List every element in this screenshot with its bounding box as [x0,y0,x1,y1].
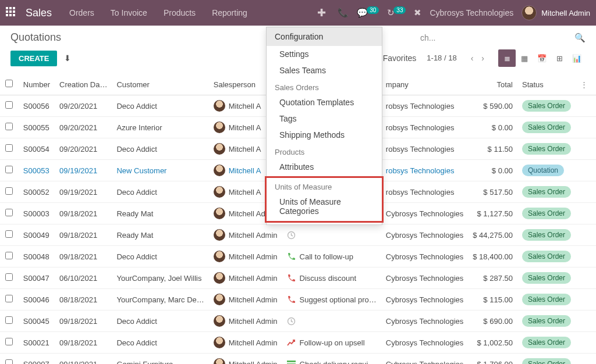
menu-settings[interactable]: Settings [267,46,382,62]
row-checkbox[interactable] [5,316,13,324]
col-customer[interactable]: Customer [112,74,208,95]
cell-status: Sales Order [517,332,576,354]
row-checkbox[interactable] [5,338,13,345]
view-graph-icon[interactable]: 📊 [568,49,586,67]
cell-status: Sales Order [517,203,576,224]
company-switcher[interactable]: Cybrosys Technologies [430,8,513,17]
user-menu[interactable]: Mitchell Admin [522,5,590,20]
table-row[interactable]: S0004809/18/2021Deco AddictMitchell Admi… [0,246,596,267]
row-checkbox[interactable] [5,187,13,195]
table-row[interactable]: S0002109/18/2021Deco AddictMitchell Admi… [0,332,596,354]
plus-icon[interactable]: ✚ [317,6,326,19]
cell-company: Cybrosys Technologies [381,311,468,332]
cell-customer: Deco Addict [112,138,208,160]
menu-sales-teams[interactable]: Sales Teams [267,62,382,78]
activities-icon[interactable]: ↻33 [387,8,406,18]
pager[interactable]: 1-18 / 18 [427,53,456,63]
configuration-dropdown: Configuration Settings Sales Teams Sales… [266,27,382,225]
cell-company: Cybrosys Technologies [381,354,468,365]
cell-total: $ 0.00 [468,160,517,181]
cell-total: $ 690.00 [468,311,517,332]
row-checkbox[interactable] [5,144,13,152]
cell-company: Cybrosys Technologies [381,267,468,289]
col-creation-date[interactable]: Creation Da… [55,74,112,95]
menu-shipping-methods[interactable]: Shipping Methods [267,127,382,143]
tools-icon[interactable]: ✖ [414,8,421,18]
apps-icon[interactable] [6,7,17,19]
cell-activity[interactable]: Follow-up on upsell [282,332,381,354]
cell-activity[interactable] [282,224,381,246]
col-status[interactable]: Status [517,74,576,95]
view-calendar-icon[interactable]: 📅 [533,49,551,67]
cell-number: S00049 [19,224,55,246]
cell-activity[interactable]: Call to follow-up [282,246,381,267]
search-icon[interactable]: 🔍 [574,33,586,43]
table-row[interactable]: S0004909/18/2021Ready MatMitchell AdminC… [0,224,596,246]
row-checkbox[interactable] [5,230,13,238]
table-row[interactable]: S0004608/18/2021YourCompany, Marc De…Mit… [0,289,596,311]
activity-icon [287,273,296,283]
cell-status: Sales Order [517,95,576,117]
nav-to-invoice[interactable]: To Invoice [111,8,147,17]
col-kebab[interactable]: ⋮ [576,74,596,95]
cell-date: 09/20/2021 [55,138,112,160]
table-row[interactable]: S0004509/18/2021Deco AddictMitchell Admi… [0,311,596,332]
cell-activity[interactable] [282,311,381,332]
phone-icon[interactable]: 📞 [338,8,349,18]
pager-prev[interactable]: ‹ [467,51,477,65]
cell-customer: Ready Mat [112,203,208,224]
col-total[interactable]: Total [468,74,517,95]
avatar [214,122,225,133]
cell-customer: Gemini Furniture [112,354,208,365]
row-checkbox[interactable] [5,359,13,364]
col-number[interactable]: Number [19,74,55,95]
cell-salesperson: Mitchell Admin [209,246,282,267]
cell-total: $ 287.50 [468,267,517,289]
download-icon[interactable]: ⬇ [64,53,71,63]
row-checkbox[interactable] [5,273,13,281]
topbar: Sales Orders To Invoice Products Reporti… [0,0,596,26]
row-checkbox[interactable] [5,166,13,173]
select-all-checkbox[interactable] [5,80,13,87]
cell-customer: Deco Addict [112,332,208,354]
cell-status: Sales Order [517,289,576,311]
menu-quotation-templates[interactable]: Quotation Templates [267,94,382,110]
cell-status: Quotation [517,160,576,181]
nav-orders[interactable]: Orders [69,8,94,17]
col-company[interactable]: mpany [381,74,468,95]
table-row[interactable]: S0004706/10/2021YourCompany, Joel Willis… [0,267,596,289]
pager-next[interactable]: › [478,51,488,65]
section-products: Products [267,143,382,159]
cell-date: 09/18/2021 [55,311,112,332]
cell-activity[interactable]: Discuss discount [282,267,381,289]
avatar [214,186,225,198]
cell-number: S00052 [19,181,55,203]
brand[interactable]: Sales [26,7,52,19]
messages-icon[interactable]: 💬30 [357,8,379,18]
cell-salesperson: Mitchell Admin [209,354,282,365]
row-checkbox[interactable] [5,295,13,302]
row-checkbox[interactable] [5,101,13,109]
cell-activity[interactable]: Suggest optional pro… [282,289,381,311]
nav-reporting[interactable]: Reporting [212,8,247,17]
activity-icon [287,295,296,304]
cell-customer: Deco Addict [112,246,208,267]
cell-customer: Deco Addict [112,95,208,117]
create-button[interactable]: CREATE [10,51,57,66]
view-list-icon[interactable]: ≣ [498,49,516,67]
cell-activity[interactable]: Check delivery requi… [282,354,381,365]
view-pivot-icon[interactable]: ⊞ [551,49,568,67]
cell-total: $ 44,275.00 [468,224,517,246]
row-checkbox[interactable] [5,209,13,216]
cell-date: 09/18/2021 [55,246,112,267]
cell-number: S00053 [19,160,55,181]
nav-products[interactable]: Products [164,8,196,17]
row-checkbox[interactable] [5,252,13,259]
menu-tags[interactable]: Tags [267,110,382,127]
menu-attributes[interactable]: Attributes [267,159,382,175]
cell-total: $ 1,127.50 [468,203,517,224]
row-checkbox[interactable] [5,123,13,130]
menu-uom-categories[interactable]: Units of Measure Categories [267,194,382,219]
view-kanban-icon[interactable]: ▦ [516,49,533,67]
table-row[interactable]: S0000709/18/2021Gemini FurnitureMitchell… [0,354,596,365]
